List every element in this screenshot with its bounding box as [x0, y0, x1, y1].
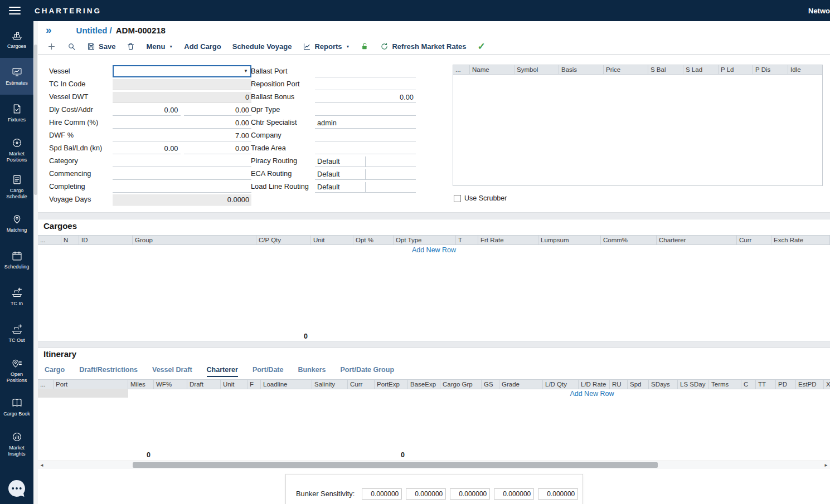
- vessel-select[interactable]: ▼: [113, 65, 251, 77]
- menu-button[interactable]: Menu▼: [146, 42, 173, 51]
- tab-port-date-group[interactable]: Port/Date Group: [340, 366, 394, 377]
- itinerary-add-new-row-link[interactable]: Add New Row: [547, 390, 637, 398]
- sidebar-item-cargoes[interactable]: Cargoes: [0, 21, 33, 58]
- refresh-market-rates-button[interactable]: Refresh Market Rates: [380, 42, 466, 51]
- cargoes-col-n[interactable]: N: [61, 236, 79, 244]
- commencing-field[interactable]: [113, 169, 251, 180]
- market-col-symbol[interactable]: Symbol: [514, 65, 559, 74]
- itinerary-col-spd[interactable]: Spd: [628, 380, 649, 389]
- market-col-idle[interactable]: Idle: [788, 65, 823, 74]
- network-link[interactable]: Network: [808, 0, 830, 21]
- piracy-routing-select[interactable]: Default: [315, 156, 366, 167]
- cargoes-col-id[interactable]: ID: [79, 236, 133, 244]
- chtr-specialist-field[interactable]: admin: [315, 118, 416, 129]
- company-field[interactable]: [315, 131, 416, 141]
- add-icon[interactable]: [47, 42, 56, 51]
- chat-button[interactable]: [7, 478, 27, 498]
- sidebar-item-fixtures[interactable]: Fixtures: [0, 95, 33, 131]
- market-col-basis[interactable]: Basis: [559, 65, 604, 74]
- search-icon[interactable]: [67, 42, 76, 51]
- cargoes-col-comm[interactable]: Comm%: [601, 236, 657, 244]
- tab-bunkers[interactable]: Bunkers: [298, 366, 326, 377]
- itinerary-col-port[interactable]: Port: [54, 380, 128, 389]
- sidebar-item-cargo-schedule[interactable]: Cargo Schedule: [0, 168, 33, 205]
- ballast-bonus-field[interactable]: 0.00: [315, 92, 416, 103]
- itinerary-col-x[interactable]: X: [824, 380, 830, 389]
- itinerary-col-portexp[interactable]: PortExp: [375, 380, 408, 389]
- scroll-left-icon[interactable]: ◄: [38, 461, 46, 469]
- itinerary-col-f[interactable]: F: [247, 380, 261, 389]
- cargoes-col-opt[interactable]: Opt %: [353, 236, 394, 244]
- trade-area-field[interactable]: [315, 144, 416, 154]
- cargoes-col-unit[interactable]: Unit: [311, 236, 353, 244]
- market-col-col[interactable]: ...: [453, 65, 470, 74]
- itinerary-col-curr[interactable]: Curr: [348, 380, 375, 389]
- sidebar-item-open-positions[interactable]: Open Positions: [0, 352, 33, 389]
- bunker-sensitivity-input-2[interactable]: 0.000000: [406, 488, 446, 500]
- itinerary-col-l-d-rate[interactable]: L/D Rate: [579, 380, 610, 389]
- cargoes-col-col[interactable]: ...: [38, 236, 61, 244]
- ballast-port-field[interactable]: [315, 67, 416, 77]
- schedule-voyage-button[interactable]: Schedule Voyage: [232, 42, 292, 51]
- vertical-scrollbar-thumb[interactable]: [34, 45, 37, 195]
- market-col-p-ld[interactable]: P Ld: [719, 65, 753, 74]
- cargoes-col-c-p-qty[interactable]: C/P Qty: [256, 236, 311, 244]
- cargoes-col-charterer[interactable]: Charterer: [657, 236, 737, 244]
- load-line-routing-select[interactable]: Default: [315, 182, 366, 193]
- itinerary-col-ru[interactable]: RU: [610, 380, 628, 389]
- itinerary-col-salinity[interactable]: Salinity: [312, 380, 348, 389]
- eca-routing-extra-field[interactable]: [366, 169, 416, 180]
- spd-bal-field[interactable]: 0.00: [113, 144, 181, 154]
- cargoes-col-frt-rate[interactable]: Frt Rate: [478, 236, 538, 244]
- itinerary-col-miles[interactable]: Miles: [128, 380, 154, 389]
- sidebar-item-matching[interactable]: Matching: [0, 205, 33, 242]
- cargoes-col-group[interactable]: Group: [133, 236, 256, 244]
- sidebar-item-cargo-book[interactable]: Cargo Book: [0, 389, 33, 425]
- cargoes-col-curr[interactable]: Curr: [737, 236, 771, 244]
- itinerary-col-gs[interactable]: GS: [482, 380, 499, 389]
- unlock-icon[interactable]: [361, 42, 369, 51]
- category-field[interactable]: [113, 156, 251, 167]
- vertical-scrollbar[interactable]: [33, 21, 38, 504]
- sidebar-item-scheduling[interactable]: Scheduling: [0, 242, 33, 278]
- save-button[interactable]: Save: [87, 42, 115, 51]
- use-scrubber-checkbox[interactable]: Use Scrubber: [454, 194, 507, 202]
- cargoes-col-lumpsum[interactable]: Lumpsum: [538, 236, 601, 244]
- itinerary-col-grade[interactable]: Grade: [499, 380, 543, 389]
- dly-cost-field[interactable]: 0.00: [113, 105, 181, 116]
- sidebar-item-estimates[interactable]: Estimates: [0, 58, 33, 95]
- horizontal-scrollbar-thumb[interactable]: [133, 462, 658, 468]
- cargoes-add-new-row-link[interactable]: Add New Row: [38, 246, 830, 254]
- market-col-p-dis[interactable]: P Dis: [753, 65, 788, 74]
- itinerary-col-l-d-qty[interactable]: L/D Qty: [543, 380, 579, 389]
- sidebar-item-market-positions[interactable]: Market Positions: [0, 131, 33, 168]
- itinerary-col-draft[interactable]: Draft: [187, 380, 221, 389]
- sidebar-item-tc-in[interactable]: TC In: [0, 278, 33, 315]
- itinerary-col-sdays[interactable]: SDays: [649, 380, 678, 389]
- tab-charterer[interactable]: Charterer: [207, 366, 238, 377]
- itinerary-col-estpd[interactable]: EstPD: [796, 380, 824, 389]
- validate-check-icon[interactable]: ✓: [477, 42, 485, 51]
- bunker-sensitivity-input-5[interactable]: 0.000000: [538, 488, 578, 500]
- add-cargo-button[interactable]: Add Cargo: [184, 42, 221, 51]
- cargoes-col-exch-rate[interactable]: Exch Rate: [771, 236, 830, 244]
- hamburger-menu-icon[interactable]: [9, 7, 21, 14]
- cargoes-col-t[interactable]: T: [456, 236, 478, 244]
- load-line-routing-extra-field[interactable]: [366, 182, 416, 193]
- hire-comm-field[interactable]: 0.00: [113, 118, 251, 129]
- tab-vessel-draft[interactable]: Vessel Draft: [152, 366, 192, 377]
- delete-icon[interactable]: [127, 42, 135, 51]
- market-col-s-lad[interactable]: S Lad: [683, 65, 719, 74]
- itinerary-col-wf[interactable]: WF%: [154, 380, 187, 389]
- itinerary-col-cargo-grp[interactable]: Cargo Grp: [440, 380, 482, 389]
- market-col-name[interactable]: Name: [470, 65, 514, 74]
- breadcrumb-untitled[interactable]: Untitled /: [76, 26, 112, 35]
- itinerary-col-pd[interactable]: PD: [776, 380, 796, 389]
- spd-ldn-field[interactable]: 0.00: [184, 144, 252, 154]
- tab-cargo[interactable]: Cargo: [45, 366, 65, 377]
- horizontal-scrollbar[interactable]: ◄ ►: [38, 461, 830, 469]
- market-col-s-bal[interactable]: S Bal: [648, 65, 683, 74]
- market-col-price[interactable]: Price: [604, 65, 648, 74]
- reposition-port-field[interactable]: [315, 80, 416, 90]
- itinerary-col-terms[interactable]: Terms: [709, 380, 741, 389]
